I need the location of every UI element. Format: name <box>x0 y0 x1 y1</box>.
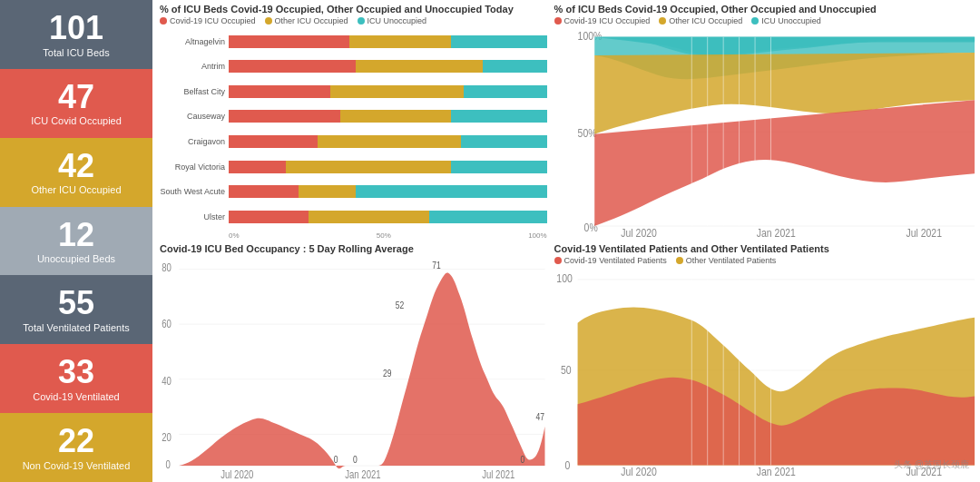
stat-label-vent: Total Ventilated Patients <box>23 321 129 334</box>
bar-segment <box>451 110 546 123</box>
x-axis-labels: 0% 50% 100% <box>229 231 547 240</box>
top-right-chart: % of ICU Beds Covid-19 Occupied, Other O… <box>554 4 976 240</box>
bottom-right-title: Covid-19 Ventilated Patients and Other V… <box>554 243 976 254</box>
top-left-legend: Covid-19 ICU Occupied Other ICU Occupied… <box>160 16 547 25</box>
bar-segment <box>483 60 546 73</box>
bottom-left-svg-container: 80 60 40 20 0 <box>160 256 547 479</box>
tr-label-other: Other ICU Occupied <box>669 16 742 25</box>
stat-label-unocc: Unoccupied Beds <box>37 252 115 265</box>
stat-number-covid-occ: 47 <box>58 79 94 115</box>
stat-number-covid-vent: 33 <box>58 354 94 390</box>
stat-total-icu: 101 Total ICU Beds <box>0 0 152 69</box>
horizontal-bar-chart: AltnagelvinAntrimBelfast CityCausewayCra… <box>160 29 547 230</box>
tr-dot-other <box>659 17 666 25</box>
bar-segment <box>451 35 546 48</box>
svg-text:0: 0 <box>521 453 525 465</box>
bar-row: Royal Victoria <box>160 161 547 173</box>
legend-unoccupied-icu: ICU Unoccupied <box>358 16 427 25</box>
bar-track <box>229 110 547 123</box>
stat-number-icu: 101 <box>49 10 103 46</box>
top-right-svg: 100% 50% 0% <box>554 29 976 240</box>
bar-row: Belfast City <box>160 85 547 98</box>
tr-dot-unocc <box>751 17 759 25</box>
bar-segment <box>229 35 349 48</box>
svg-text:Jul 2020: Jul 2020 <box>621 465 657 478</box>
sidebar: 101 Total ICU Beds 47 ICU Covid Occupied… <box>0 0 152 482</box>
svg-text:100: 100 <box>556 271 573 285</box>
bar-track <box>229 85 547 98</box>
bar-row: Altnagelvin <box>160 35 547 48</box>
stat-other-occupied: 42 Other ICU Occupied <box>0 138 152 207</box>
stat-label-other-occ: Other ICU Occupied <box>31 183 121 196</box>
svg-text:Jul 2020: Jul 2020 <box>621 225 657 239</box>
bar-label: Belfast City <box>160 87 225 96</box>
top-row: % of ICU Beds Covid-19 Occupied, Other O… <box>160 4 976 240</box>
bar-track <box>229 35 547 48</box>
svg-text:0: 0 <box>564 457 570 472</box>
br-label-covid: Covid-19 Ventilated Patients <box>564 256 667 265</box>
bar-label: Antrim <box>160 62 225 71</box>
bar-label: South West Acute <box>160 187 225 196</box>
bottom-left-chart: Covid-19 ICU Bed Occupancy : 5 Day Rolli… <box>160 243 547 479</box>
bottom-left-svg: 80 60 40 20 0 <box>160 256 547 479</box>
bar-segment <box>229 161 286 173</box>
svg-text:40: 40 <box>162 374 172 387</box>
bar-track <box>229 185 547 198</box>
stat-non-covid-ventilated: 22 Non Covid-19 Ventilated <box>0 413 152 482</box>
svg-text:0: 0 <box>165 457 170 470</box>
svg-text:Jan 2021: Jan 2021 <box>756 465 795 478</box>
bar-track <box>229 161 547 173</box>
bar-segment <box>356 185 546 198</box>
stat-label-icu: Total ICU Beds <box>43 46 109 59</box>
svg-text:Jul 2020: Jul 2020 <box>220 468 253 478</box>
bar-segment <box>229 211 309 223</box>
top-right-legend: Covid-19 ICU Occupied Other ICU Occupied… <box>554 16 976 25</box>
bar-segment <box>318 135 461 148</box>
legend-covid-icu: Covid-19 ICU Occupied <box>160 16 256 25</box>
bar-segment <box>229 85 330 98</box>
bottom-left-title: Covid-19 ICU Bed Occupancy : 5 Day Rolli… <box>160 243 547 254</box>
svg-text:0: 0 <box>353 453 358 465</box>
top-left-title: % of ICU Beds Covid-19 Occupied, Other O… <box>160 4 547 15</box>
legend-dot-other <box>265 17 272 25</box>
svg-text:60: 60 <box>162 318 172 330</box>
bar-row: Craigavon <box>160 135 547 148</box>
bar-segment <box>229 60 356 73</box>
br-dot-covid <box>554 257 562 264</box>
bar-segment <box>229 185 299 198</box>
tr-legend-other: Other ICU Occupied <box>659 16 742 25</box>
tr-legend-unocc: ICU Unoccupied <box>751 16 821 25</box>
legend-dot-unocc <box>358 17 365 25</box>
content-area: % of ICU Beds Covid-19 Occupied, Other O… <box>152 0 980 482</box>
bar-label: Craigavon <box>160 137 225 146</box>
svg-text:50: 50 <box>561 363 572 378</box>
br-label-other: Other Ventilated Patients <box>686 256 777 265</box>
bar-label: Ulster <box>160 212 225 221</box>
bar-segment <box>299 185 356 198</box>
svg-text:Jul 2021: Jul 2021 <box>482 468 514 478</box>
bar-segment <box>340 110 452 123</box>
stat-number-non-covid-vent: 22 <box>58 423 94 459</box>
br-legend-other: Other Ventilated Patients <box>676 256 777 265</box>
bar-row: Causeway <box>160 110 547 123</box>
svg-text:Jul 2021: Jul 2021 <box>906 225 942 239</box>
watermark: 头条 @英国长颈鹿 <box>894 458 969 471</box>
bar-segment <box>309 211 429 223</box>
svg-text:80: 80 <box>162 261 172 273</box>
bar-track <box>229 135 547 148</box>
bar-segment <box>451 161 546 173</box>
svg-text:71: 71 <box>432 260 441 271</box>
bar-label: Royal Victoria <box>160 162 225 172</box>
stat-total-ventilated: 55 Total Ventilated Patients <box>0 275 152 344</box>
bar-segment <box>429 211 547 223</box>
legend-label-covid: Covid-19 ICU Occupied <box>170 16 256 25</box>
stat-label-covid-occ: ICU Covid Occupied <box>31 114 122 127</box>
stat-covid-ventilated: 33 Covid-19 Ventilated <box>0 344 152 413</box>
bar-label: Causeway <box>160 112 225 121</box>
bar-segment <box>356 60 483 73</box>
bottom-right-chart: Covid-19 Ventilated Patients and Other V… <box>554 243 976 479</box>
bottom-right-legend: Covid-19 Ventilated Patients Other Venti… <box>554 256 976 265</box>
svg-text:29: 29 <box>383 367 392 379</box>
stat-label-covid-vent: Covid-19 Ventilated <box>33 390 119 403</box>
bar-label: Altnagelvin <box>160 37 225 46</box>
